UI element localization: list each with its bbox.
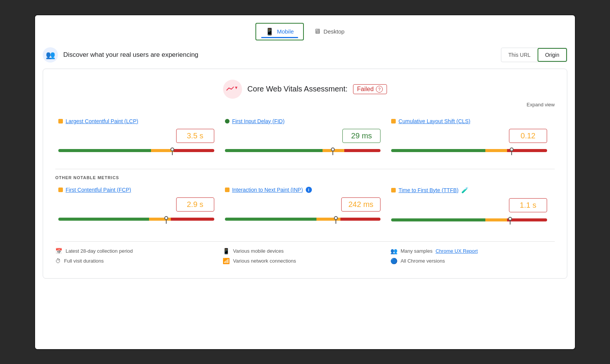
metric-lcp: Largest Contentful Paint (LCP) 3.5 s [55, 114, 222, 163]
footer-devices-text: Various mobile devices [233, 248, 284, 254]
fcp-needle [164, 216, 168, 224]
fid-bar-red [344, 149, 380, 152]
ttfb-title-row: Time to First Byte (TTFB) 🧪 [391, 187, 547, 194]
cls-value: 0.12 [509, 129, 547, 143]
lcp-title-row: Largest Contentful Paint (LCP) [58, 118, 214, 124]
ttfb-value-wrap: 1.1 s [391, 198, 547, 212]
inp-info-icon[interactable]: i [306, 187, 312, 193]
ttfb-bar [391, 215, 547, 225]
inp-title-row: Interaction to Next Paint (INP) i [225, 187, 381, 193]
fcp-bar-green [58, 218, 149, 221]
footer-samples-text: Many samples [401, 248, 433, 254]
lcp-link[interactable]: Largest Contentful Paint (LCP) [66, 118, 138, 124]
tab-row: 📱 Mobile 🖥 Desktop [43, 23, 567, 40]
fcp-value-wrap: 2.9 s [58, 197, 214, 212]
network-icon: 📶 [223, 258, 230, 265]
devices-icon: 📱 [223, 248, 230, 255]
page-title: Discover what your real users are experi… [63, 51, 198, 59]
core-metrics-grid: Largest Contentful Paint (LCP) 3.5 s [55, 114, 555, 163]
assessment-label: Core Web Vitals Assessment: [247, 85, 348, 93]
fid-needle-dot [331, 148, 335, 151]
ttfb-bar-green [391, 218, 485, 221]
header-left: 👥 Discover what your real users are expe… [43, 47, 198, 63]
inp-bar-track [225, 218, 381, 221]
chrome-ux-link[interactable]: Chrome UX Report [435, 248, 478, 254]
cls-link[interactable]: Cumulative Layout Shift (CLS) [398, 118, 470, 124]
ttfb-value: 1.1 s [509, 198, 547, 212]
other-metrics-grid: First Contentful Paint (FCP) 2.9 s [55, 183, 555, 232]
tab-desktop-label: Desktop [324, 28, 345, 35]
footer-devices: 📱 Various mobile devices [223, 248, 387, 255]
lcp-value-wrap: 3.5 s [58, 129, 214, 143]
cls-bar-orange [485, 149, 507, 152]
ttfb-needle-dot [508, 217, 512, 221]
url-toggle: This URL Origin [501, 48, 567, 62]
ttfb-bar-red [507, 218, 547, 221]
calendar-icon: 📅 [55, 248, 63, 255]
cls-needle [510, 148, 514, 155]
lcp-needle-line [172, 151, 173, 155]
desktop-icon: 🖥 [314, 27, 321, 35]
footer-period-text: Latest 28-day collection period [66, 248, 133, 254]
footer-collection-period: 📅 Latest 28-day collection period [55, 248, 220, 255]
inp-link[interactable]: Interaction to Next Paint (INP) [232, 187, 303, 193]
footer-network-text: Various network connections [233, 258, 296, 264]
tab-mobile-label: Mobile [277, 28, 294, 35]
help-icon[interactable]: ? [376, 86, 383, 93]
expand-row: Expand view [55, 102, 555, 107]
lcp-bar-track [58, 149, 214, 152]
inp-needle-line [336, 220, 336, 224]
inp-bar-green [225, 218, 316, 221]
ttfb-needle [508, 217, 512, 224]
origin-button[interactable]: Origin [538, 48, 567, 62]
fid-bar-track [225, 149, 381, 152]
fcp-needle-dot [164, 216, 168, 220]
metric-fcp: First Contentful Paint (FCP) 2.9 s [55, 183, 222, 232]
footer-versions: 🔵 All Chrome versions [390, 258, 555, 265]
inp-bar-red [340, 218, 381, 221]
fcp-link[interactable]: First Contentful Paint (FCP) [66, 187, 131, 193]
expand-link[interactable]: Expand view [527, 102, 555, 107]
cls-bar-track [391, 149, 547, 152]
fid-needle-line [332, 151, 333, 155]
fcp-value: 2.9 s [176, 197, 214, 212]
lcp-bar-orange [151, 149, 173, 152]
main-card: Core Web Vitals Assessment: Failed ? Exp… [43, 69, 567, 279]
this-url-button[interactable]: This URL [501, 49, 537, 61]
fid-title-row: First Input Delay (FID) [225, 118, 381, 124]
fid-link[interactable]: First Input Delay (FID) [232, 118, 285, 124]
inp-needle-dot [334, 216, 338, 220]
section-divider [55, 169, 555, 169]
ttfb-bar-track [391, 218, 547, 221]
lcp-bar [58, 145, 214, 156]
lcp-value: 3.5 s [176, 129, 214, 143]
inp-needle [334, 216, 338, 224]
other-metrics-label: OTHER NOTABLE METRICS [55, 175, 555, 180]
lcp-bar-green [58, 149, 151, 152]
ttfb-needle-line [510, 221, 510, 224]
fid-value: 29 ms [342, 129, 380, 143]
ttfb-link[interactable]: Time to First Byte (TTFB) [398, 187, 458, 193]
assessment-row: Core Web Vitals Assessment: Failed ? [55, 80, 555, 99]
timer-icon: ⏱ [55, 258, 61, 264]
ttfb-dot [391, 188, 396, 192]
fcp-bar-red [171, 218, 214, 221]
flask-icon: 🧪 [461, 187, 469, 194]
metric-cls: Cumulative Layout Shift (CLS) 0.12 [388, 114, 555, 163]
tab-desktop[interactable]: 🖥 Desktop [304, 23, 355, 40]
footer-samples: 👥 Many samples Chrome UX Report [390, 248, 555, 255]
fid-value-wrap: 29 ms [225, 129, 381, 143]
inp-value: 242 ms [341, 197, 381, 212]
lcp-needle-dot [170, 148, 174, 151]
fcp-dot [58, 188, 63, 192]
avatar: 👥 [43, 47, 58, 63]
footer-visit-durations: ⏱ Full visit durations [55, 258, 220, 264]
svg-marker-0 [235, 87, 237, 89]
cls-needle-line [511, 151, 512, 155]
failed-badge: Failed ? [353, 84, 387, 94]
fid-needle [331, 148, 335, 155]
tab-mobile[interactable]: 📱 Mobile [255, 23, 303, 40]
failed-text: Failed [357, 86, 374, 93]
fid-bar-green [225, 149, 323, 152]
inp-value-wrap: 242 ms [225, 197, 381, 212]
